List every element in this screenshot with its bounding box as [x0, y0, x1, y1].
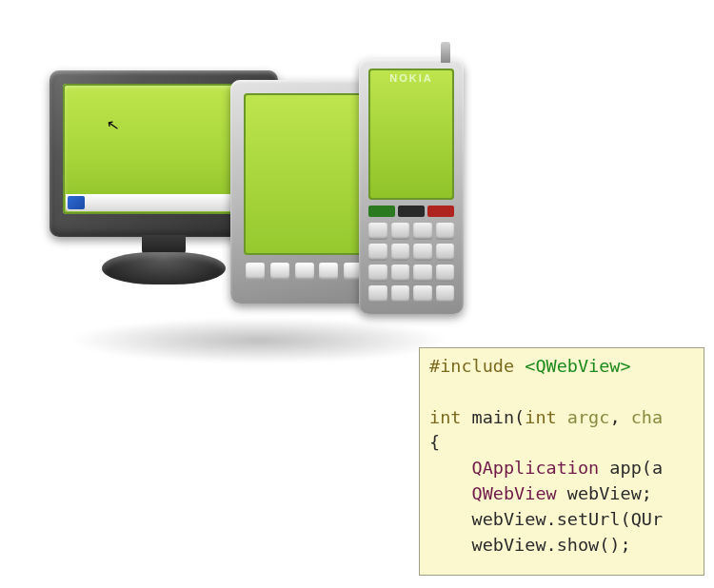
phone-key: [413, 265, 432, 282]
tablet-device: [230, 80, 378, 304]
code-arg: argc: [557, 407, 610, 427]
phone-key: [368, 223, 387, 240]
tablet-button: [295, 263, 314, 280]
phone-device: NOKIA: [359, 59, 464, 314]
phone-key: [436, 244, 455, 261]
code-keyword: int: [525, 407, 556, 427]
code-indent: [429, 458, 472, 478]
phone-key: [436, 265, 455, 282]
device-shadow: [69, 318, 449, 363]
tablet-button: [270, 263, 289, 280]
code-indent: [429, 509, 472, 529]
phone-key: [413, 285, 432, 303]
tablet-button: [246, 263, 265, 280]
cursor-icon: ↖: [105, 115, 120, 135]
tablet-screen: [244, 93, 365, 255]
code-text: app(a: [599, 458, 663, 478]
monitor-base: [102, 252, 226, 284]
code-text: webView.show();: [472, 535, 631, 555]
end-key-icon: [427, 206, 454, 217]
phone-key: [391, 223, 410, 240]
code-type: QApplication: [472, 458, 600, 478]
phone-screen: NOKIA: [368, 69, 454, 200]
phone-keypad: [368, 223, 454, 303]
devices-illustration: ↖ NOKIA: [50, 42, 468, 337]
code-text: webView;: [557, 483, 652, 503]
phone-key: [436, 223, 455, 240]
call-key-icon: [368, 206, 395, 217]
phone-key: [413, 244, 432, 261]
code-indent: [429, 483, 472, 503]
phone-key: [368, 265, 387, 282]
phone-brand-label: NOKIA: [368, 72, 454, 84]
phone-key: [391, 244, 410, 261]
start-button-icon: [68, 196, 85, 209]
phone-softkey-row: [368, 206, 454, 217]
code-keyword: int: [429, 407, 461, 427]
code-text: webView.setUrl(QUr: [472, 509, 663, 529]
tablet-button: [319, 263, 338, 280]
phone-key: [436, 285, 455, 303]
code-type: QWebView: [472, 483, 557, 503]
code-arg: cha: [631, 407, 663, 427]
phone-key: [368, 285, 387, 303]
code-text: ,: [609, 407, 630, 427]
code-include-header: <QWebView>: [525, 356, 630, 376]
tablet-button-row: [244, 263, 365, 289]
phone-key: [413, 223, 432, 240]
code-brace: {: [429, 432, 440, 452]
phone-antenna-icon: [441, 42, 450, 63]
code-directive: #include: [429, 356, 514, 376]
code-text: main(: [461, 407, 525, 427]
phone-key: [391, 285, 410, 303]
phone-key: [368, 244, 387, 261]
nav-key-icon: [398, 206, 425, 217]
code-indent: [429, 535, 472, 555]
code-snippet: #include <QWebView> int main(int argc, c…: [419, 347, 704, 576]
phone-key: [391, 265, 410, 282]
